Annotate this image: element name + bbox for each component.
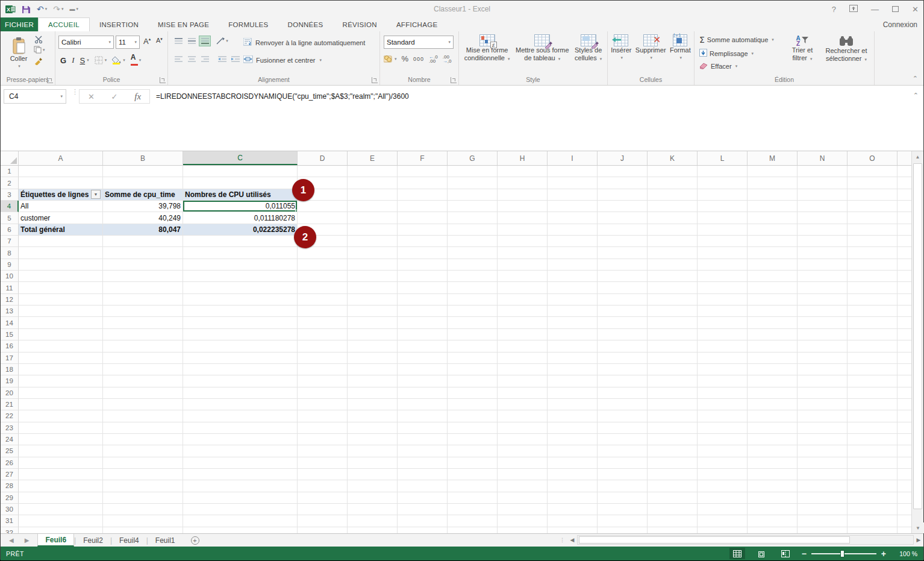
cell-B31[interactable]	[103, 515, 183, 527]
cell-D24[interactable]	[298, 434, 348, 445]
cell-C6[interactable]: 0,022235278	[183, 224, 298, 236]
cell-C9[interactable]	[183, 259, 298, 271]
cell-I28[interactable]	[548, 480, 598, 492]
cell-N17[interactable]	[798, 353, 848, 364]
row-header-17[interactable]: 17	[1, 353, 19, 364]
cell-H21[interactable]	[498, 399, 548, 410]
cell-N12[interactable]	[798, 294, 848, 306]
cell-H4[interactable]	[498, 201, 548, 212]
cell-J21[interactable]	[598, 399, 648, 410]
cell-I18[interactable]	[548, 364, 598, 375]
cell-E18[interactable]	[348, 364, 398, 375]
cell-A5[interactable]: customer	[19, 212, 103, 224]
font-size-select[interactable]: 11▾	[116, 36, 140, 49]
cell-E24[interactable]	[348, 434, 398, 445]
cell-partial-32[interactable]	[897, 527, 913, 533]
cell-I6[interactable]	[548, 224, 598, 236]
cell-I32[interactable]	[548, 527, 598, 533]
cell-O14[interactable]	[848, 317, 897, 328]
cell-L2[interactable]	[698, 177, 748, 189]
cell-M5[interactable]	[748, 212, 798, 224]
cell-C31[interactable]	[183, 515, 298, 527]
insert-cells-button[interactable]: Insérer▾	[611, 31, 631, 62]
cell-partial-24[interactable]	[897, 434, 913, 445]
cell-C28[interactable]	[183, 480, 298, 492]
cell-A17[interactable]	[19, 353, 103, 364]
shrink-font-icon[interactable]: A▾	[156, 37, 163, 44]
cell-G29[interactable]	[448, 492, 498, 504]
cell-N27[interactable]	[798, 469, 848, 480]
italic-button[interactable]: I	[72, 55, 74, 65]
cell-M22[interactable]	[748, 410, 798, 422]
cell-I1[interactable]	[548, 166, 598, 177]
cell-C4[interactable]: 0,011055	[183, 201, 298, 212]
cell-I26[interactable]	[548, 457, 598, 469]
merge-center-button[interactable]: Fusionner et centrer ▾	[243, 55, 322, 66]
cell-C10[interactable]	[183, 271, 298, 282]
cell-F28[interactable]	[398, 480, 448, 492]
cell-D26[interactable]	[298, 457, 348, 469]
cell-I13[interactable]	[548, 306, 598, 317]
cell-J12[interactable]	[598, 294, 648, 306]
new-sheet-button[interactable]: +	[191, 534, 199, 547]
cell-I5[interactable]	[548, 212, 598, 224]
cell-N19[interactable]	[798, 375, 848, 387]
cell-K26[interactable]	[648, 457, 698, 469]
cell-J18[interactable]	[598, 364, 648, 375]
tab-données[interactable]: DONNÉES	[278, 17, 333, 31]
row-header-24[interactable]: 24	[1, 434, 19, 445]
cell-partial-30[interactable]	[897, 504, 913, 515]
cell-partial-23[interactable]	[897, 422, 913, 434]
cell-L5[interactable]	[698, 212, 748, 224]
cell-J7[interactable]	[598, 236, 648, 247]
cell-G7[interactable]	[448, 236, 498, 247]
cell-D11[interactable]	[298, 282, 348, 293]
row-header-5[interactable]: 5	[1, 212, 19, 224]
cell-O13[interactable]	[848, 306, 897, 317]
cell-G13[interactable]	[448, 306, 498, 317]
cell-H20[interactable]	[498, 387, 548, 399]
cell-J19[interactable]	[598, 375, 648, 387]
cell-H2[interactable]	[498, 177, 548, 189]
tab-fichier[interactable]: FICHIER	[1, 17, 38, 31]
cell-I27[interactable]	[548, 469, 598, 480]
cell-K4[interactable]	[648, 201, 698, 212]
enter-icon[interactable]: ✓	[111, 92, 118, 101]
cell-M25[interactable]	[748, 445, 798, 457]
cell-E12[interactable]	[348, 294, 398, 306]
find-select-button[interactable]: Rechercher et sélectionner ▾	[822, 33, 870, 64]
cell-E14[interactable]	[348, 317, 398, 328]
scroll-right-icon[interactable]: ▶	[914, 537, 923, 543]
cell-C8[interactable]	[183, 247, 298, 259]
cell-I12[interactable]	[548, 294, 598, 306]
cell-F6[interactable]	[398, 224, 448, 236]
cell-H26[interactable]	[498, 457, 548, 469]
cell-O23[interactable]	[848, 422, 897, 434]
cell-K5[interactable]	[648, 212, 698, 224]
cell-G9[interactable]	[448, 259, 498, 271]
align-right-icon[interactable]	[199, 54, 211, 64]
cell-A14[interactable]	[19, 317, 103, 328]
cell-E15[interactable]	[348, 329, 398, 340]
cell-M26[interactable]	[748, 457, 798, 469]
cell-N4[interactable]	[798, 201, 848, 212]
cell-D17[interactable]	[298, 353, 348, 364]
cell-F8[interactable]	[398, 247, 448, 259]
cell-K20[interactable]	[648, 387, 698, 399]
cell-B22[interactable]	[103, 410, 183, 422]
column-header-D[interactable]: D	[298, 151, 348, 165]
cell-A29[interactable]	[19, 492, 103, 504]
collapse-ribbon-icon[interactable]: ⌃	[913, 75, 918, 83]
autosum-button[interactable]: Σ Somme automatique▾	[699, 35, 774, 45]
align-bottom-icon[interactable]	[199, 36, 211, 46]
tab-accueil[interactable]: ACCUEIL	[38, 17, 90, 31]
column-header-F[interactable]: F	[398, 151, 448, 165]
cell-J22[interactable]	[598, 410, 648, 422]
column-header-L[interactable]: L	[698, 151, 748, 165]
cell-F5[interactable]	[398, 212, 448, 224]
cell-O11[interactable]	[848, 282, 897, 293]
cell-A22[interactable]	[19, 410, 103, 422]
vertical-scrollbar-thumb[interactable]	[913, 163, 922, 509]
cell-partial-7[interactable]	[897, 236, 913, 247]
cell-D1[interactable]	[298, 166, 348, 177]
